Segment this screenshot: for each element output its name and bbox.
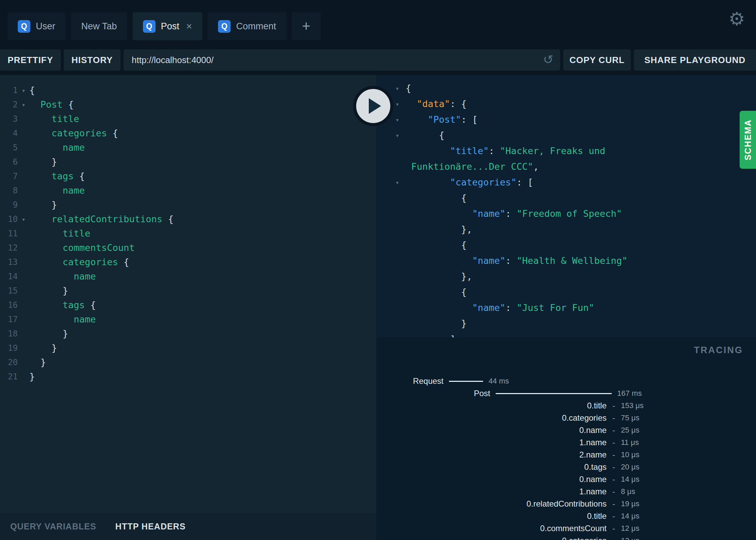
fold-spacer xyxy=(18,255,29,269)
trace-dash: - xyxy=(607,536,621,540)
editor-line: 5 name xyxy=(0,140,376,155)
trace-value: 44 ms xyxy=(489,377,509,386)
editor-line: 16 tags { xyxy=(0,298,376,312)
endpoint-url-input[interactable] xyxy=(123,49,560,71)
schema-tab[interactable]: SCHEMA xyxy=(740,111,756,169)
trace-value: 167 ms xyxy=(617,389,642,398)
trace-value: 20 μs xyxy=(621,463,639,471)
code-text: title xyxy=(29,112,79,126)
collapse-arrow-icon[interactable]: ▾ xyxy=(395,96,406,112)
trace-row: 0.relatedContributions-19 μs xyxy=(376,498,756,510)
execute-query-button[interactable] xyxy=(353,86,393,126)
collapse-arrow-icon[interactable]: ▾ xyxy=(395,80,406,96)
response-text: { xyxy=(406,127,445,143)
trace-dash: - xyxy=(607,413,621,423)
response-text: "name": "Just For Fun" xyxy=(406,300,594,316)
collapse-spacer xyxy=(395,269,406,284)
response-line: ▾{ xyxy=(376,80,756,96)
fold-spacer xyxy=(18,269,29,284)
code-text: } xyxy=(29,155,57,169)
collapse-spacer xyxy=(395,284,406,300)
response-line: } xyxy=(376,316,756,331)
collapse-spacer xyxy=(395,206,406,222)
response-line: { xyxy=(376,284,756,300)
trace-dash: - xyxy=(607,487,621,496)
response-line: "title": "Hacker, Freaks und xyxy=(376,143,756,159)
editor-line: 21} xyxy=(0,370,376,384)
new-tab-button[interactable]: + xyxy=(292,12,321,40)
fold-spacer xyxy=(18,298,29,312)
fold-arrow-icon[interactable]: ▾ xyxy=(18,83,29,97)
collapse-spacer xyxy=(395,190,406,206)
trace-row: 0.categories-13 μs xyxy=(376,535,756,540)
code-text: name xyxy=(29,312,96,327)
line-number: 4 xyxy=(0,126,18,140)
trace-label: 0.tags xyxy=(376,462,607,472)
line-number: 13 xyxy=(0,255,18,269)
fold-arrow-icon[interactable]: ▾ xyxy=(18,212,29,226)
tab-comment[interactable]: QComment xyxy=(208,12,286,40)
history-button[interactable]: HISTORY xyxy=(64,49,120,71)
response-text: { xyxy=(406,284,467,300)
settings-gear-icon[interactable]: ⚙ xyxy=(729,10,745,28)
editor-line: 8 name xyxy=(0,183,376,198)
collapse-arrow-icon[interactable]: ▾ xyxy=(395,112,406,127)
trace-row: 1.name-11 μs xyxy=(376,436,756,449)
collapse-spacer xyxy=(395,237,406,253)
query-badge-icon: Q xyxy=(143,20,156,33)
code-text: title xyxy=(29,226,90,241)
tab-new-tab[interactable]: New Tab xyxy=(71,12,127,40)
tab-post[interactable]: QPost× xyxy=(133,12,203,40)
fold-spacer xyxy=(18,198,29,212)
editor-line: 13 categories { xyxy=(0,255,376,269)
tab-http-headers[interactable]: HTTP HEADERS xyxy=(115,522,186,531)
trace-row: 0.name-14 μs xyxy=(376,473,756,485)
query-editor[interactable]: 1▾{2▾ Post {3 title4 categories {5 name6… xyxy=(0,75,376,513)
collapse-arrow-icon[interactable]: ▾ xyxy=(395,127,406,143)
trace-dash: - xyxy=(607,499,621,509)
line-number: 7 xyxy=(0,169,18,183)
trace-label: 1.name xyxy=(376,487,607,496)
tab-user[interactable]: QUser xyxy=(8,12,66,40)
response-viewer[interactable]: ▾{▾ "data": {▾ "Post": [▾ { "title": "Ha… xyxy=(376,75,756,338)
line-number: 2 xyxy=(0,97,18,112)
query-editor-lines: 1▾{2▾ Post {3 title4 categories {5 name6… xyxy=(0,83,376,384)
trace-label: 1.name xyxy=(376,438,607,447)
prettify-button[interactable]: PRETTIFY xyxy=(0,49,61,71)
code-text: categories { xyxy=(29,255,129,269)
trace-label: 0.name xyxy=(376,425,607,435)
fold-arrow-icon[interactable]: ▾ xyxy=(18,97,29,112)
code-text: categories { xyxy=(29,126,118,140)
collapse-arrow-icon[interactable]: ▾ xyxy=(395,175,406,190)
copy-curl-button[interactable]: COPY CURL xyxy=(563,49,631,71)
reload-schema-icon[interactable]: ↺ xyxy=(543,54,553,66)
editor-line: 20 } xyxy=(0,355,376,370)
line-number: 19 xyxy=(0,341,18,355)
editor-line: 4 categories { xyxy=(0,126,376,140)
close-tab-icon[interactable]: × xyxy=(186,21,192,31)
trace-row: Request44 ms xyxy=(376,375,756,387)
tab-query-variables[interactable]: QUERY VARIABLES xyxy=(10,522,96,531)
collapse-spacer xyxy=(395,331,406,338)
line-number: 12 xyxy=(0,241,18,255)
tracing-title: TRACING xyxy=(694,345,743,356)
trace-value: 14 μs xyxy=(621,475,639,484)
code-text: } xyxy=(29,355,46,370)
trace-row: 1.name-8 μs xyxy=(376,485,756,498)
response-text: }, xyxy=(406,269,472,284)
fold-spacer xyxy=(18,327,29,341)
trace-row: 0.title-153 μs xyxy=(376,400,756,412)
fold-spacer xyxy=(18,341,29,355)
response-text: { xyxy=(406,190,467,206)
response-line: ▾ "data": { xyxy=(376,96,756,112)
trace-value: 25 μs xyxy=(621,426,639,435)
editor-line: 6 } xyxy=(0,155,376,169)
trace-value: 12 μs xyxy=(621,524,639,533)
line-number: 5 xyxy=(0,140,18,155)
line-number: 3 xyxy=(0,112,18,126)
share-playground-button[interactable]: SHARE PLAYGROUND xyxy=(634,49,756,71)
fold-spacer xyxy=(18,112,29,126)
line-number: 21 xyxy=(0,370,18,384)
code-text: tags { xyxy=(29,169,85,183)
line-number: 20 xyxy=(0,355,18,370)
